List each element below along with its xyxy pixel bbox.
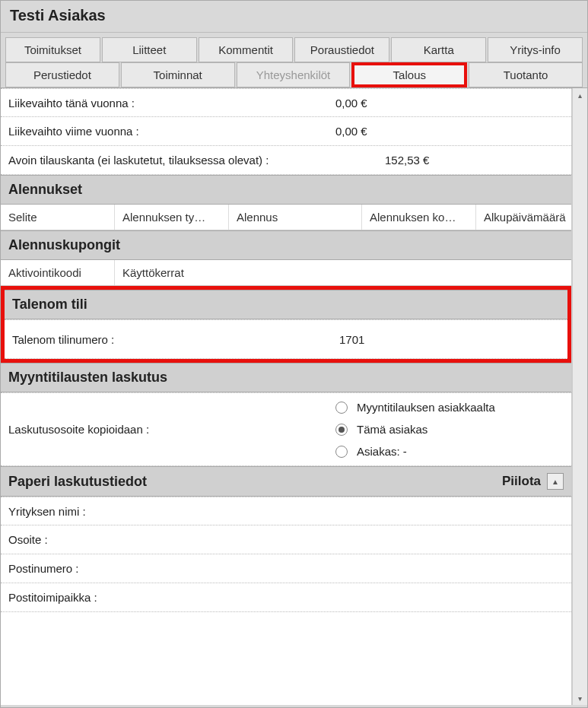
open-orders-value: 152,53 € [385,154,564,167]
osoite-label: Osoite : [8,533,335,546]
alennukset-table-header: Selite Alennuksen ty… Alennus Alennuksen… [1,205,571,230]
radio-label: Myyntitilauksen asiakkaalta [357,401,495,414]
tab-yritys-info[interactable]: Yritys-info [488,37,583,62]
tab-kartta[interactable]: Kartta [391,37,486,62]
scroll-down-icon[interactable]: ▾ [573,691,586,705]
kupongit-table-header: Aktivointikoodi Käyttökerrat [1,260,571,286]
talenom-header-text: Talenom tili [12,297,87,313]
tab-kommentit[interactable]: Kommentit [199,37,294,62]
talenom-highlight-box: Talenom tili Talenom tilinumero : 1701 [1,286,571,363]
tab-liitteet[interactable]: Liitteet [102,37,197,62]
myynti-header-text: Myyntitilausten laskutus [8,370,167,386]
radio-asiakas[interactable]: Asiakas: - [335,445,564,458]
chevron-up-icon: ▲ [551,478,559,486]
tab-talous[interactable]: Talous [351,62,467,87]
col-selite[interactable]: Selite [1,205,115,230]
tab-toimitukset[interactable]: Toimitukset [5,37,100,62]
col-alennus[interactable]: Alennus [229,205,362,230]
page-title: Testi Asiakas [1,1,587,33]
talenom-tilinumero-label: Talenom tilinumero : [12,333,339,346]
radio-myyntitilauksen-asiakkaalta[interactable]: Myyntitilauksen asiakkaalta [335,401,564,414]
section-alennuskupongit: Alennuskupongit [1,230,571,260]
tab-tuotanto[interactable]: Tuotanto [469,62,583,87]
col-aktivointikoodi[interactable]: Aktivointikoodi [1,260,115,285]
section-myyntitilausten-laskutus: Myyntitilausten laskutus [1,363,571,392]
talenom-tilinumero-value: 1701 [339,333,560,346]
section-paperi-laskutustiedot: Paperi laskutustiedot Piilota ▲ [1,466,571,497]
laskutusosoite-label: Laskutusosoite kopioidaan : [8,401,335,458]
tab-perustiedot[interactable]: Perustiedot [5,62,119,87]
paperi-header-text: Paperi laskutustiedot [8,474,147,490]
radio-icon [335,446,348,458]
turnover-last-year-label: Liikevaihto viime vuonna : [8,125,335,138]
col-kayttokerrat[interactable]: Käyttökerrat [115,260,571,285]
tab-yhteyshenkilot[interactable]: Yhteyshenkilöt [237,62,351,87]
open-orders-label: Avoin tilauskanta (ei laskutetut, tilauk… [8,154,385,167]
tab-toiminnat[interactable]: Toiminnat [121,62,235,87]
col-alkupaivamaara[interactable]: Alkupäivämäärä [476,205,571,230]
piilota-label: Piilota [502,474,541,489]
tab-strip: Toimitukset Liitteet Kommentit Poraustie… [1,33,587,88]
vertical-scrollbar[interactable]: ▴ ▾ [572,88,587,705]
postinumero-label: Postinumero : [8,562,335,575]
radio-icon [335,424,348,436]
content-pane: Liikevaihto tänä vuonna : 0,00 € Liikeva… [1,88,572,705]
turnover-last-year-value: 0,00 € [335,125,564,138]
radio-tama-asiakas[interactable]: Tämä asiakas [335,423,564,436]
section-talenom: Talenom tili [5,290,567,319]
radio-label: Tämä asiakas [357,423,427,436]
turnover-this-year-label: Liikevaihto tänä vuonna : [8,97,335,110]
alennukset-header-text: Alennukset [8,182,82,198]
radio-icon [335,402,348,414]
tab-poraustiedot[interactable]: Poraustiedot [294,37,389,62]
yrityksen-nimi-label: Yrityksen nimi : [8,505,335,518]
postitoimipaikka-label: Postitoimipaikka : [8,591,335,604]
col-alennuksen-kohde[interactable]: Alennuksen ko… [362,205,476,230]
col-alennuksen-tyyppi[interactable]: Alennuksen ty… [115,205,229,230]
kupongit-header-text: Alennuskupongit [8,237,120,253]
radio-label: Asiakas: - [357,445,407,458]
section-alennukset: Alennukset [1,175,571,205]
turnover-this-year-value: 0,00 € [335,97,564,110]
scroll-up-icon[interactable]: ▴ [573,88,586,102]
collapse-button[interactable]: ▲ [547,473,564,490]
